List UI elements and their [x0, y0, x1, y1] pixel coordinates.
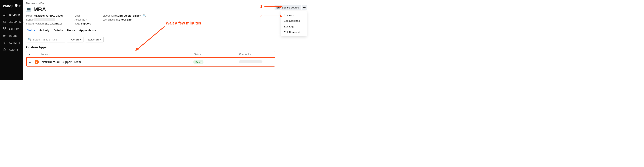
model-value: MacBook Air (M1, 2020)	[34, 14, 62, 17]
custom-apps-table: ▶ Name ↑ Status Checked in ▶ NetBird_v0.…	[26, 51, 275, 67]
sidebar-item-label: DEVICES	[9, 14, 20, 16]
svg-point-9	[5, 35, 6, 36]
osver-label: macOS version	[26, 22, 44, 25]
app-icon	[34, 60, 39, 64]
status-filter-value: All	[96, 38, 100, 41]
osver-value: 15.1.1 (24B91)	[44, 22, 62, 25]
status-filter-label: Status:	[87, 38, 95, 41]
table-row[interactable]: ▶ NetBird_v0.33_Support_Team Pass	[27, 58, 275, 66]
annotation-2-label: 2	[260, 14, 262, 18]
page-title: MBA	[34, 6, 46, 13]
tab-activity[interactable]: Activity	[39, 27, 50, 34]
assettag-value: -	[86, 18, 87, 21]
activity-icon	[3, 41, 6, 44]
svg-rect-2	[3, 21, 6, 23]
search-icon[interactable]: 🔍	[143, 14, 146, 17]
breadcrumb-root[interactable]: Devices	[26, 2, 35, 5]
sidebar-item-activity[interactable]: ACTIVITY	[0, 39, 23, 46]
col-checked-label[interactable]: Checked in	[239, 53, 252, 56]
svg-rect-6	[3, 29, 4, 30]
status-badge: Pass	[193, 60, 204, 64]
type-filter[interactable]: Type: All ▾	[67, 37, 84, 42]
sidebar-item-label: LIBRARY	[9, 27, 20, 30]
user-value: -	[81, 14, 82, 17]
tab-notes[interactable]: Notes	[67, 27, 75, 34]
checked-in-redacted	[239, 60, 262, 63]
more-actions-button[interactable]: ⋯	[302, 5, 307, 10]
arrow-icon	[264, 6, 282, 7]
chevron-down-icon: ▾	[100, 38, 102, 41]
section-title: Custom Apps	[26, 45, 307, 51]
bee-icon	[15, 4, 18, 8]
svg-point-8	[3, 35, 4, 36]
sidebar-item-users[interactable]: USERS	[0, 32, 23, 39]
chevron-down-icon: ▾	[80, 38, 81, 41]
user-label: User	[74, 14, 80, 17]
sidebar-item-blueprints[interactable]: BLUEPRINTS	[0, 18, 23, 25]
assettag-label: Asset tag	[74, 18, 85, 21]
table-header: ▶ Name ↑ Status Checked in	[26, 51, 275, 57]
sidebar-item-label: ACTIVITY	[9, 41, 20, 44]
annotation-step-1: 1	[260, 4, 282, 9]
tags-value: Support	[81, 22, 90, 25]
tabs: Status Activity Details Notes Applicatio…	[26, 27, 307, 34]
dropdown-edit-user[interactable]: Edit user	[281, 12, 307, 18]
status-filter[interactable]: Status: All ▾	[85, 37, 104, 42]
sidebar-item-label: USERS	[9, 34, 18, 37]
annotation-step-2: 2	[260, 14, 282, 18]
serial-value-redacted	[34, 18, 55, 21]
dropdown-edit-blueprint[interactable]: Edit Blueprint	[281, 29, 307, 35]
users-icon	[3, 34, 6, 37]
svg-point-3	[4, 21, 4, 21]
main-content: Devices / MBA 💻 MBA Edit device details …	[23, 0, 310, 80]
toolbar: 🔍 Type: All ▾ Status: All ▾	[26, 34, 307, 45]
svg-rect-5	[5, 27, 6, 28]
laptop-icon: 💻	[26, 7, 32, 12]
expand-row-icon[interactable]: ▶	[29, 61, 31, 63]
tab-status[interactable]: Status	[26, 27, 36, 34]
highlighted-row: ▶ NetBird_v0.33_Support_Team Pass	[26, 57, 275, 67]
sidebar-item-label: BLUEPRINTS	[9, 20, 24, 23]
search-input[interactable]	[33, 38, 64, 41]
actions-dropdown: Edit user Edit asset tag Edit tags Edit …	[281, 11, 307, 36]
col-status-label[interactable]: Status	[194, 53, 200, 56]
col-name-label[interactable]: Name	[41, 53, 48, 56]
library-icon	[3, 27, 6, 30]
search-box[interactable]: 🔍	[26, 37, 65, 42]
sidebar-item-alerts[interactable]: ALERTS	[0, 46, 23, 53]
lastcheck-label: Last check-in	[102, 18, 118, 21]
annotation-1-label: 1	[260, 4, 262, 9]
serial-label: Serial	[26, 18, 33, 21]
devices-icon	[3, 14, 6, 16]
tab-applications[interactable]: Applications	[79, 27, 96, 34]
model-label: Model	[26, 14, 33, 17]
brand-name: kandji	[3, 4, 14, 8]
tags-label: Tags	[74, 22, 80, 25]
svg-rect-7	[5, 29, 6, 30]
search-icon: 🔍	[28, 38, 32, 41]
expand-all-icon[interactable]: ▶	[29, 53, 30, 55]
blueprint-value[interactable]: NetBird_Apple_Silicon	[113, 14, 141, 17]
row-name: NetBird_v0.33_Support_Team	[42, 60, 81, 64]
breadcrumb-sep: /	[36, 2, 37, 5]
blueprints-icon	[3, 20, 6, 23]
annotation-wait: Wait a few minutes	[166, 21, 201, 25]
svg-rect-4	[3, 27, 4, 28]
arrow-icon	[264, 15, 282, 16]
sidebar-item-label: ALERTS	[9, 48, 18, 51]
lastcheck-value: 1 hour ago	[118, 18, 132, 21]
pin-icon[interactable]	[18, 4, 21, 8]
sidebar: kandji DEVICES BLUEPRINTS LIBRARY USERS …	[0, 0, 23, 80]
sidebar-item-library[interactable]: LIBRARY	[0, 25, 23, 32]
dropdown-edit-tags[interactable]: Edit tags	[281, 24, 307, 29]
breadcrumb-current: MBA	[38, 2, 44, 5]
dropdown-edit-asset-tag[interactable]: Edit asset tag	[281, 18, 307, 24]
tab-details[interactable]: Details	[53, 27, 63, 34]
brand-logo: kandji	[3, 4, 18, 8]
logo-row: kandji	[0, 2, 23, 12]
type-filter-value: All	[76, 38, 80, 41]
sidebar-item-devices[interactable]: DEVICES	[0, 12, 23, 18]
svg-rect-1	[5, 15, 6, 16]
alerts-icon	[3, 48, 6, 51]
sort-asc-icon: ↑	[49, 53, 50, 55]
